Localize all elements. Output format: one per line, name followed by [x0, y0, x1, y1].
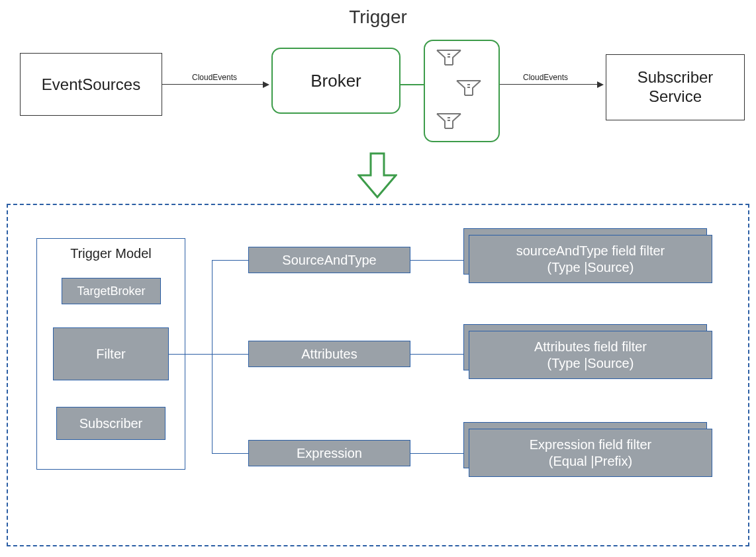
expr-detail-line1: Expression field filter — [530, 437, 652, 453]
expand-arrow-icon — [357, 152, 397, 198]
connector-sat-to-detail — [410, 260, 469, 261]
expression-cell: Expression — [248, 440, 410, 466]
connector-filter-out — [169, 354, 212, 355]
event-sources-label: EventSources — [42, 75, 140, 94]
target-broker-cell: TargetBroker — [62, 278, 161, 304]
sat-detail-line1: sourceAndType field filter — [516, 243, 665, 259]
attr-detail-cell: Attributes field filter (Type |Source) — [469, 331, 712, 379]
expression-label: Expression — [297, 446, 362, 461]
sat-detail-cell: sourceAndType field filter (Type |Source… — [469, 235, 712, 283]
attr-detail-line2: (Type |Source) — [547, 355, 634, 372]
arrow1-label: CloudEvents — [192, 73, 237, 82]
subscriber-line2: Service — [649, 87, 702, 107]
event-sources-box: EventSources — [20, 53, 162, 116]
broker-box: Broker — [271, 48, 401, 114]
connector-to-expression — [212, 453, 248, 454]
target-broker-label: TargetBroker — [77, 284, 145, 298]
attributes-cell: Attributes — [248, 341, 410, 367]
attributes-label: Attributes — [301, 347, 357, 362]
line-broker-to-trigger — [401, 84, 424, 85]
filter-label: Filter — [96, 347, 125, 362]
funnel-icon — [455, 78, 482, 98]
subscriber-label-inner: Subscriber — [79, 416, 143, 431]
sat-detail-line2: (Type |Source) — [547, 259, 634, 276]
filter-cell: Filter — [53, 327, 169, 380]
diagram-title: Trigger — [0, 7, 756, 28]
attr-detail-line1: Attributes field filter — [534, 339, 647, 355]
subscriber-cell: Subscriber — [56, 407, 165, 440]
connector-attr-to-detail — [410, 354, 469, 355]
sourceandtype-cell: SourceAndType — [248, 247, 410, 273]
arrow-eventsources-to-broker — [162, 84, 268, 85]
connector-to-sourceandtype — [212, 260, 248, 261]
arrow-trigger-to-subscriber — [500, 84, 602, 85]
subscriber-line1: Subscriber — [638, 68, 714, 87]
diagram-canvas: Trigger EventSources CloudEvents Broker … — [0, 0, 756, 557]
connector-expr-to-detail — [410, 453, 469, 454]
broker-label: Broker — [310, 71, 361, 91]
expr-detail-cell: Expression field filter (Equal |Prefix) — [469, 429, 712, 477]
expr-detail-line2: (Equal |Prefix) — [549, 453, 632, 470]
connector-vertical — [212, 260, 213, 453]
trigger-model-title: Trigger Model — [36, 246, 185, 261]
arrow2-label: CloudEvents — [523, 73, 568, 82]
funnel-icon — [436, 48, 462, 67]
subscriber-service-box: Subscriber Service — [606, 54, 745, 120]
connector-to-attributes — [212, 354, 248, 355]
sourceandtype-label: SourceAndType — [282, 253, 376, 268]
funnel-icon — [436, 111, 462, 131]
